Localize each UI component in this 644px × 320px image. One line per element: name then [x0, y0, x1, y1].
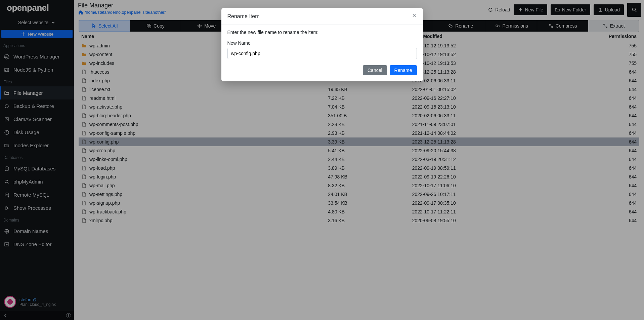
- modal-overlay[interactable]: Rename Item Enter the new file name to r…: [0, 0, 644, 320]
- rename-modal: Rename Item Enter the new file name to r…: [221, 8, 423, 81]
- modal-body: Enter the new file name to rename the it…: [221, 25, 423, 65]
- modal-header: Rename Item: [221, 8, 423, 25]
- new-name-input[interactable]: [227, 48, 417, 59]
- modal-description: Enter the new file name to rename the it…: [227, 30, 417, 35]
- cancel-button[interactable]: Cancel: [363, 65, 387, 75]
- modal-footer: Cancel Rename: [221, 65, 423, 81]
- close-icon: [412, 13, 417, 18]
- modal-title: Rename Item: [227, 13, 260, 19]
- modal-close-button[interactable]: [412, 13, 417, 20]
- rename-confirm-button[interactable]: Rename: [390, 65, 417, 75]
- new-name-label: New Name: [227, 40, 417, 46]
